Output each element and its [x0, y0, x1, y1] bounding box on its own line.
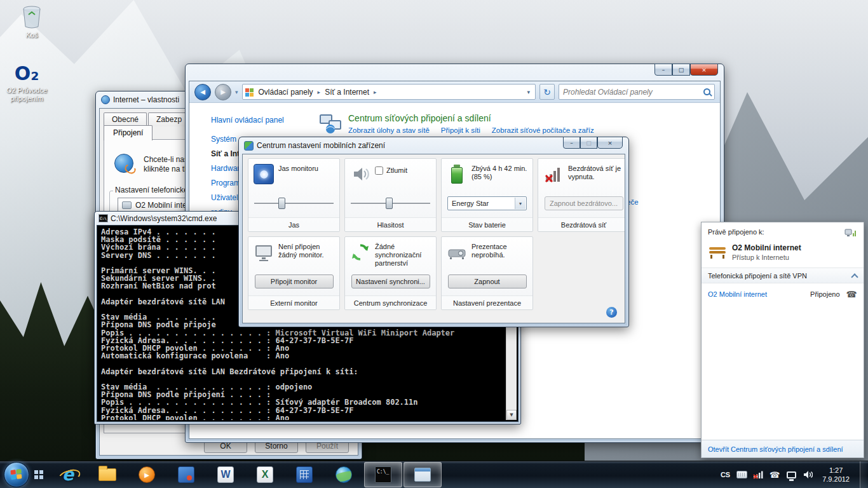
task-link-network-status[interactable]: Zobrazit úlohy a stav sítě [348, 126, 430, 134]
tray-clock-time: 1:27 [822, 466, 850, 475]
trash-icon [21, 5, 43, 29]
wireless-text: Bezdrátová síť je vypnuta. [568, 164, 625, 184]
enable-wireless-button[interactable]: Zapnout bezdrátovo... [545, 196, 623, 210]
sidebar-home-link[interactable]: Hlavní ovládací panel [211, 116, 316, 125]
volume-slider-thumb[interactable] [386, 198, 393, 209]
keyboard-icon[interactable] [736, 471, 747, 478]
speaker-small-icon [803, 470, 813, 479]
forward-button[interactable]: ▶ [215, 84, 231, 100]
chevron-up-icon[interactable] [851, 273, 858, 280]
internet-properties-icon [101, 95, 110, 104]
cmd-taskbar-icon: C:\_ [375, 466, 391, 483]
mute-checkbox[interactable] [375, 166, 383, 175]
breadcrumb-root[interactable]: Ovládací panely [256, 86, 316, 98]
tray-clock[interactable]: 1:27 7.9.2012 [818, 466, 853, 484]
search-input[interactable] [563, 88, 701, 97]
taskbar-mediaplayer-button[interactable]: ▶ [128, 462, 166, 487]
mobility-icon [244, 141, 254, 151]
search-icon[interactable] [703, 88, 710, 95]
phone-tray-icon[interactable]: ☎ [769, 469, 780, 480]
system-tray: CS ☎ 1:27 [719, 461, 868, 488]
taskbar-app1-button[interactable] [167, 462, 205, 487]
taskbar-window-button[interactable] [403, 462, 442, 487]
vpn-section-header[interactable]: Telefonická připojení a sítě VPN [702, 268, 864, 283]
chevron-down-icon: ▾ [515, 198, 526, 209]
back-button[interactable]: ◀ [194, 84, 211, 100]
connect-display-button[interactable]: Připojit monitor [255, 274, 334, 288]
network-tray-icon[interactable] [752, 469, 764, 480]
mute-label: Ztlumit [386, 166, 407, 174]
refresh-icon[interactable]: ↻ [539, 84, 555, 100]
taskbar-excel-button[interactable]: X [246, 462, 284, 487]
console-line: Adaptér bezdrátové sítě LAN Bezdrátové p… [101, 368, 506, 376]
console-line: Fyzická Adresa. . . . . . . . . . . : 64… [101, 407, 506, 414]
tab-security[interactable]: Zabezp [148, 112, 190, 126]
o2-wizard-icon[interactable]: O₂ O2 Průvodce připojením [0, 61, 53, 103]
close-icon[interactable]: × [597, 137, 623, 149]
internet-properties-title: Internet – vlastnosti [113, 95, 179, 104]
recent-pages-icon[interactable]: ▾ [235, 89, 238, 95]
vpn-section-label: Telefonická připojení a sítě VPN [708, 272, 807, 280]
console-line: Popis . . . . . . . . . . . . . . . : Mi… [101, 329, 506, 337]
volume-tray-icon[interactable] [802, 469, 813, 480]
current-connection-item[interactable]: O2 Mobilní internet Přístup k Internetu [702, 240, 864, 268]
mobility-client: Jas monitoru Jas [242, 154, 625, 323]
flyout-footer: Otevřít Centrum síťových připojení a sdí… [702, 440, 864, 458]
start-button[interactable] [4, 462, 29, 487]
minimize-icon[interactable]: – [563, 137, 580, 149]
search-box[interactable] [559, 84, 715, 100]
open-network-center-link[interactable]: Otevřít Centrum síťových připojení a sdí… [708, 445, 843, 453]
control-panel-titlebar[interactable] [189, 64, 721, 81]
scroll-down-icon[interactable]: ▼ [506, 410, 517, 420]
brightness-slider-thumb[interactable] [278, 198, 285, 209]
taskbar-app2-button[interactable] [285, 462, 323, 487]
maximize-icon[interactable]: □ [672, 64, 690, 76]
taskbar-explorer-button[interactable] [88, 462, 126, 487]
task-link-view-devices[interactable]: Zobrazit síťové počítače a zaříz [492, 126, 594, 134]
presentation-on-button[interactable]: Zapnout [448, 274, 527, 288]
setup-hint-line1: Chcete-li nast [144, 155, 190, 165]
external-display-label: Externí monitor [248, 295, 339, 309]
breadcrumb-arrow-icon[interactable]: ▸ [318, 89, 321, 95]
taskbar-word-button[interactable]: W [207, 462, 245, 487]
volume-slider[interactable] [351, 197, 430, 210]
console-line: Automatická konfigurace povolena : Ano [101, 352, 506, 360]
connection-name: O2 Mobilní internet [732, 243, 801, 252]
globe-icon [336, 466, 352, 483]
tab-connections[interactable]: Připojení [104, 125, 153, 140]
help-icon[interactable]: ? [606, 307, 617, 318]
task-link-connect[interactable]: Připojit k síti [441, 126, 480, 134]
show-desktop-button[interactable] [860, 461, 867, 488]
taskbar-ie-button[interactable]: e [49, 462, 87, 487]
breadcrumb-arrow-icon[interactable]: ▸ [374, 89, 377, 95]
brightness-slider[interactable] [254, 197, 334, 210]
minimize-icon[interactable]: – [654, 64, 672, 76]
recycle-bin-icon[interactable]: Koš [5, 5, 58, 39]
sync-icon [350, 242, 370, 262]
volume-label: Hlasitost [345, 217, 436, 231]
breadcrumb-current[interactable]: Síť a Internet [322, 86, 372, 98]
sync-settings-button[interactable]: Nastavení synchroni... [351, 274, 430, 288]
console-line: Popis . . . . . . . . . . . . . . . : Sí… [101, 398, 506, 406]
language-indicator[interactable]: CS [719, 471, 731, 478]
tile-external-display: Není připojen žádný monitor. Připojit mo… [248, 236, 340, 310]
category-heading-link[interactable]: Centrum síťových připojení a sdílení [348, 113, 594, 123]
close-icon[interactable]: × [690, 64, 718, 76]
ie-icon: e [62, 466, 74, 484]
address-dropdown-icon[interactable]: ▾ [524, 89, 532, 95]
power-plan-select[interactable]: Energy Star ▾ [447, 196, 527, 210]
taskbar-cmd-button[interactable]: C:\_ [364, 462, 402, 487]
vpn-connection-item[interactable]: O2 Mobilní internet Připojeno ☎ [702, 283, 864, 305]
tab-general[interactable]: Obecné [104, 112, 147, 126]
projector-icon [447, 242, 467, 262]
taskbar-globe-button[interactable] [325, 462, 363, 487]
mobility-title: Centrum nastavení mobilních zařízení [257, 141, 385, 150]
battery-label: Stav baterie [442, 217, 532, 231]
tray-clock-date: 7.9.2012 [822, 475, 850, 484]
taskbar-toolbar-icon[interactable] [34, 470, 43, 479]
vpn-connection-name[interactable]: O2 Mobilní internet [708, 290, 806, 298]
control-panel-icon [245, 88, 254, 97]
display-tray-icon[interactable] [785, 469, 797, 480]
address-bar[interactable]: Ovládací panely ▸ Síť a Internet ▸ ▾ [242, 84, 536, 100]
brightness-slider-track[interactable] [254, 203, 334, 204]
